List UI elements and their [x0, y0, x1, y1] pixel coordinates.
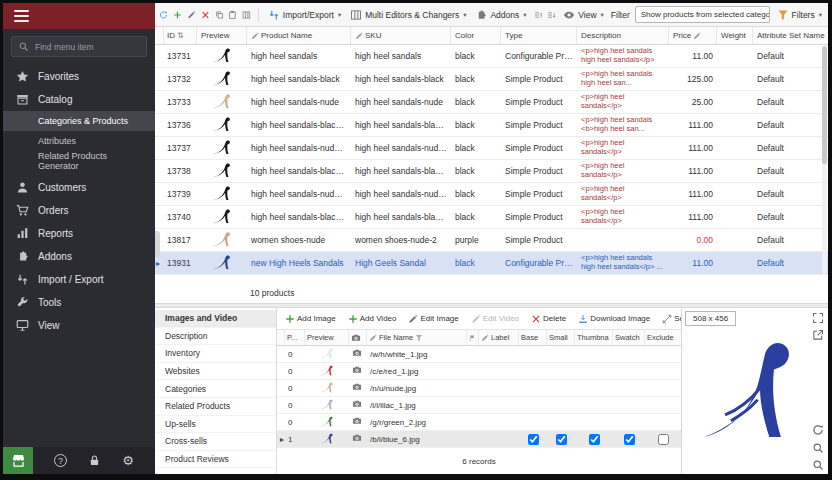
menu-search-input[interactable] — [35, 42, 140, 52]
edit-video-button[interactable]: Edit Video — [469, 313, 521, 325]
product-row[interactable]: ▸13931new High Heels SandalsHigh Geels S… — [155, 252, 828, 275]
sidebar-item-addons[interactable]: Addons — [3, 245, 155, 268]
scrollbar-thumb[interactable] — [822, 46, 827, 164]
product-price: 11.00 — [669, 258, 717, 268]
tab-categories[interactable]: Categories — [155, 380, 276, 398]
base-checkbox[interactable] — [528, 434, 539, 445]
column-header-swatch[interactable]: Swatch — [613, 330, 645, 345]
column-header-weight[interactable]: Weight — [717, 27, 753, 44]
view-menu[interactable]: View ▾ — [561, 8, 606, 22]
sidebar-item-customers[interactable]: Customers — [3, 176, 155, 199]
sidebar-collapse-handle[interactable] — [155, 231, 160, 257]
sidebar-item-tools[interactable]: Tools — [3, 291, 155, 314]
add-video-button[interactable]: Add Video — [346, 313, 399, 325]
paste-button[interactable] — [228, 9, 237, 21]
import-export-menu[interactable]: Import/Export ▾ — [266, 8, 343, 22]
product-row[interactable]: 13736high heel sandals-black-36high heel… — [155, 114, 828, 137]
image-row[interactable]: 0/w/h/white_1.jpg — [277, 346, 681, 363]
column-header-thumbnail[interactable]: Thumbna — [575, 330, 613, 345]
add-image-button[interactable]: Add Image — [283, 313, 338, 325]
lock-button[interactable] — [88, 454, 101, 467]
product-row[interactable]: 13740high heel sandals-black-38high heel… — [155, 206, 828, 229]
product-row[interactable]: 13731high heel sandalshigh heel sandalsb… — [155, 45, 828, 68]
column-header-sku[interactable]: SKU — [351, 27, 451, 44]
delete-product-button[interactable] — [201, 9, 210, 21]
image-row[interactable]: 0/l/i/lilac_1.jpg — [277, 397, 681, 414]
zoom-out-icon[interactable] — [812, 459, 824, 471]
column-header-description[interactable]: Description — [577, 27, 669, 44]
product-row[interactable]: 13739high heel sandals-nude-37high heel … — [155, 183, 828, 206]
column-header-product-name[interactable]: Product Name — [247, 27, 351, 44]
addons-menu[interactable]: Addons ▾ — [473, 8, 528, 22]
column-header-base[interactable]: Base — [519, 330, 547, 345]
tab-cross-sells[interactable]: Cross-sells — [155, 433, 276, 451]
zoom-in-icon[interactable] — [812, 442, 824, 454]
category-filter-select[interactable]: Show products from selected categories ▾ — [635, 6, 770, 23]
column-header-label[interactable]: Label — [479, 330, 519, 345]
tab-images-and-video[interactable]: Images and Video — [155, 310, 276, 328]
multi-editors-menu[interactable]: Multi Editors & Changers ▾ — [348, 8, 468, 22]
fullscreen-icon[interactable] — [812, 312, 824, 324]
tab-product-reviews[interactable]: Product Reviews — [155, 451, 276, 469]
image-row[interactable]: 0/n/u/nude.jpg — [277, 380, 681, 397]
column-header-exclude[interactable]: Exclude — [645, 330, 681, 345]
sidebar-item-reports[interactable]: Reports — [3, 222, 155, 245]
column-header-camera[interactable] — [349, 330, 367, 345]
sidebar-item-view[interactable]: View — [3, 314, 155, 337]
column-header-type[interactable]: Type — [501, 27, 577, 44]
column-header-color[interactable]: Color — [451, 27, 501, 44]
sidebar-item-related-products-generator[interactable]: Related Products Generator — [3, 151, 155, 171]
menu-search-box[interactable] — [11, 36, 147, 57]
column-header-position[interactable]: P... — [285, 330, 305, 345]
product-row[interactable]: 13737high heel sandals-nude-36high heel … — [155, 137, 828, 160]
swatch-checkbox[interactable] — [624, 434, 635, 445]
tab-websites[interactable]: Websites — [155, 363, 276, 381]
small-checkbox[interactable] — [556, 434, 567, 445]
image-row[interactable]: ▸1/b/l/blue_6.jpg — [277, 431, 681, 448]
tab-description[interactable]: Description — [155, 328, 276, 346]
grid-scrollbar[interactable] — [822, 46, 827, 274]
product-row[interactable]: 13817women shoes-nudewomen shoes-nude-2p… — [155, 229, 828, 252]
sidebar-item-favorites[interactable]: Favorites — [3, 65, 155, 88]
delete-image-button[interactable]: Delete — [529, 313, 568, 325]
column-header-small[interactable]: Small — [547, 330, 575, 345]
column-header-preview[interactable]: Preview — [197, 27, 247, 44]
column-header-attribute-set[interactable]: Attribute Set Name — [753, 27, 828, 44]
store-button[interactable] — [3, 447, 33, 474]
sidebar-item-orders[interactable]: Orders — [3, 199, 155, 222]
rotate-icon[interactable] — [812, 424, 824, 436]
sidebar-item-import-export[interactable]: Import / Export — [3, 268, 155, 291]
sidebar-item-attributes[interactable]: Attributes — [3, 131, 155, 151]
column-header-image-preview[interactable]: Preview — [305, 330, 349, 345]
columns-button[interactable] — [242, 9, 251, 21]
tab-up-sells[interactable]: Up-sells — [155, 416, 276, 434]
sidebar-item-categories-products[interactable]: Categories & Products — [3, 111, 155, 131]
edit-image-button[interactable]: Edit Image — [406, 313, 460, 325]
product-row[interactable]: 13738high heel sandals-black-37high heel… — [155, 160, 828, 183]
download-image-button[interactable]: Download Image — [576, 313, 652, 325]
filters-menu[interactable]: Filters ▾ — [775, 8, 824, 22]
help-button[interactable]: ? — [54, 454, 67, 467]
image-row[interactable]: 0/g/r/green_2.jpg — [277, 414, 681, 431]
edit-product-button[interactable] — [187, 9, 196, 21]
sidebar-item-catalog[interactable]: Catalog — [3, 88, 155, 111]
tab-inventory[interactable]: Inventory — [155, 345, 276, 363]
thumbnail-checkbox[interactable] — [589, 434, 600, 445]
hamburger-menu-icon[interactable] — [14, 7, 29, 25]
column-header-id[interactable]: ID ⇅ — [163, 27, 197, 44]
set-resize-rule-button[interactable]: Set Resize Rule ▾ — [660, 313, 681, 325]
product-row[interactable]: 13733high heel sandals-nudehigh heel san… — [155, 91, 828, 114]
settings-button[interactable]: ⚙ — [122, 454, 134, 467]
copy-button[interactable] — [215, 9, 224, 21]
refresh-button[interactable] — [159, 9, 168, 21]
collapse-list-button[interactable] — [547, 9, 556, 21]
expand-list-button[interactable] — [534, 9, 543, 21]
tab-related-products[interactable]: Related Products — [155, 398, 276, 416]
add-product-button[interactable] — [173, 9, 182, 21]
column-header-file-name[interactable]: File Name — [367, 330, 467, 345]
column-header-flag[interactable] — [467, 330, 479, 345]
exclude-checkbox[interactable] — [658, 434, 669, 445]
product-row[interactable]: 13732high heel sandals-blackhigh heel sa… — [155, 68, 828, 91]
image-row[interactable]: 0/c/e/red_1.jpg — [277, 363, 681, 380]
column-header-price[interactable]: Price — [669, 27, 717, 44]
